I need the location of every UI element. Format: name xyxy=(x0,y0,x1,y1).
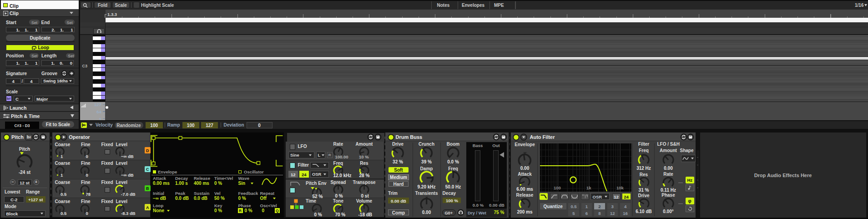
svg-text:100: 100 xyxy=(554,185,561,190)
svg-text:1k: 1k xyxy=(586,185,591,190)
